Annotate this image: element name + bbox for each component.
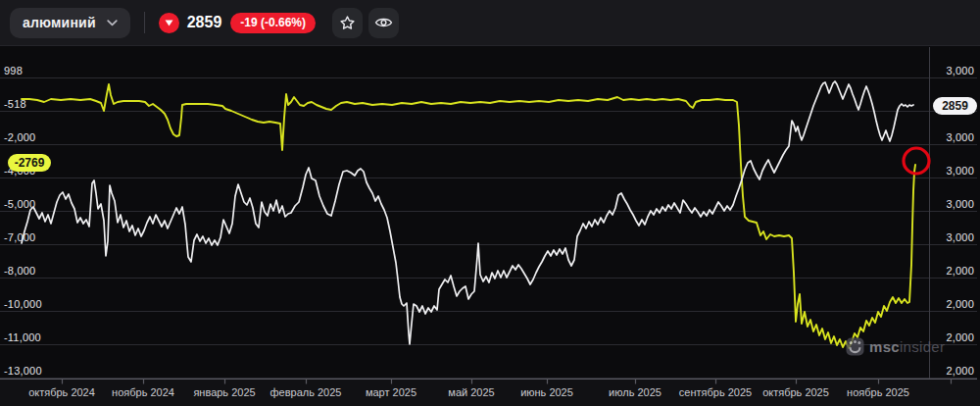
x-axis-label: ноябрь 2025 <box>847 386 909 398</box>
y-axis-label-left: -2,000 <box>4 131 35 143</box>
y-axis-label-left: -8,000 <box>4 265 35 277</box>
y-axis-label-left: -518 <box>4 98 26 110</box>
x-axis-label: январь 2025 <box>193 386 255 398</box>
y-axis-label-left: -11,000 <box>4 331 41 343</box>
y-axis-label-right: 3,000 <box>931 65 974 76</box>
y-axis-label-left: 998 <box>4 65 23 76</box>
x-axis-label: октябрь 2024 <box>28 386 95 398</box>
y-axis-label-right: 2,000 <box>931 298 974 310</box>
y-axis-label-right: 2,000 <box>931 265 974 277</box>
current-price-badge: 2859 <box>933 97 977 115</box>
y-axis-label-right: 3,000 <box>931 198 974 210</box>
y-axis-label-left: -7,000 <box>4 231 35 243</box>
x-axis-label: сентябрь 2025 <box>679 386 752 398</box>
chart-area[interactable]: 998-518-2,000-4,000-5,000-7,000-8,000-10… <box>0 0 980 406</box>
price-chart-canvas[interactable] <box>0 0 980 406</box>
x-axis-label: ноябрь 2024 <box>112 386 174 398</box>
x-axis-label: июнь 2025 <box>520 386 573 398</box>
chart-widget: алюминий 2859 -19 (-0.66%) 998-518- <box>0 0 980 406</box>
x-axis-label: март 2025 <box>366 386 416 398</box>
y-axis-label-right: 2,000 <box>931 365 974 377</box>
y-axis-label-left: -5,000 <box>4 198 35 210</box>
x-axis-label: февраль 2025 <box>270 386 342 398</box>
y-axis-label-left: -13,000 <box>4 365 42 377</box>
current-value-badge-left: -2769 <box>8 154 51 172</box>
y-axis-label-right: 3,000 <box>931 231 974 243</box>
y-axis-label-right: 2,000 <box>931 331 974 343</box>
y-axis-label-right: 3,000 <box>931 165 974 177</box>
x-axis-label: май 2025 <box>448 386 494 398</box>
y-axis-label-left: -10,000 <box>4 298 42 310</box>
y-axis-label-right: 3,000 <box>931 131 974 143</box>
x-axis-label: июль 2025 <box>609 386 662 398</box>
x-axis-label: октябрь 2025 <box>762 386 829 398</box>
